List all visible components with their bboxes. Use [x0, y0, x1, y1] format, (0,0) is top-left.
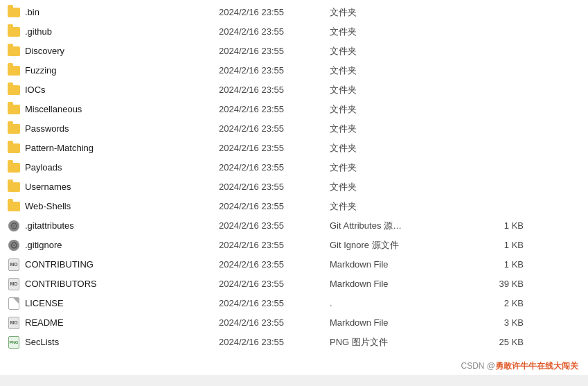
folder-icon: [7, 83, 21, 97]
file-name[interactable]: Fuzzing: [25, 65, 219, 76]
file-size: 25 KB: [468, 337, 524, 347]
file-name[interactable]: CONTRIBUTING: [25, 259, 219, 270]
table-row[interactable]: Miscellaneous2024/2/16 23:55文件夹: [0, 100, 588, 119]
file-date: 2024/2/16 23:55: [219, 162, 330, 173]
table-row[interactable]: Payloads2024/2/16 23:55文件夹: [0, 158, 588, 177]
file-name[interactable]: .gitignore: [25, 240, 219, 250]
file-date: 2024/2/16 23:55: [219, 85, 330, 95]
image-icon: PNG: [7, 335, 21, 349]
file-size: 3 KB: [468, 317, 524, 328]
file-type: 文件夹: [330, 6, 468, 19]
table-row[interactable]: PNGSecLists2024/2/16 23:55PNG 图片文件25 KB: [0, 333, 588, 352]
folder-icon: [7, 141, 21, 155]
folder-icon: [7, 25, 21, 39]
file-type: PNG 图片文件: [330, 336, 468, 349]
file-type: 文件夹: [330, 84, 468, 96]
table-row[interactable]: Pattern-Matching2024/2/16 23:55文件夹: [0, 139, 588, 158]
file-name[interactable]: .bin: [25, 7, 219, 17]
table-row[interactable]: .gitignore2024/2/16 23:55Git Ignore 源文件1…: [0, 236, 588, 255]
file-date: 2024/2/16 23:55: [219, 201, 330, 211]
folder-icon: [7, 6, 21, 19]
markdown-icon: MD: [7, 258, 21, 272]
markdown-icon: MD: [7, 316, 21, 330]
table-row[interactable]: .gitattributes2024/2/16 23:55Git Attribu…: [0, 216, 588, 236]
file-type: 文件夹: [330, 26, 468, 38]
file-type: Markdown File: [330, 317, 468, 328]
file-date: 2024/2/16 23:55: [219, 298, 330, 308]
table-row[interactable]: Passwords2024/2/16 23:55文件夹: [0, 119, 588, 139]
file-type: 文件夹: [330, 123, 468, 135]
file-name[interactable]: LICENSE: [25, 298, 219, 308]
table-row[interactable]: Discovery2024/2/16 23:55文件夹: [0, 42, 588, 61]
file-date: 2024/2/16 23:55: [219, 104, 330, 114]
file-date: 2024/2/16 23:55: [219, 65, 330, 76]
table-row[interactable]: IOCs2024/2/16 23:55文件夹: [0, 80, 588, 100]
file-date: 2024/2/16 23:55: [219, 143, 330, 153]
file-name[interactable]: SecLists: [25, 337, 219, 347]
file-size: 1 KB: [468, 220, 524, 231]
file-type: .: [330, 298, 468, 308]
watermark: CSDN @勇敢许牛牛在线大闯关: [0, 355, 588, 375]
file-date: 2024/2/16 23:55: [219, 317, 330, 328]
file-date: 2024/2/16 23:55: [219, 220, 330, 231]
file-name[interactable]: Payloads: [25, 162, 219, 173]
file-name[interactable]: Usernames: [25, 182, 219, 192]
file-name[interactable]: Passwords: [25, 123, 219, 134]
file-date: 2024/2/16 23:55: [219, 279, 330, 289]
file-name[interactable]: CONTRIBUTORS: [25, 279, 219, 289]
markdown-icon: MD: [7, 277, 21, 291]
file-name[interactable]: .gitattributes: [25, 220, 219, 231]
file-name[interactable]: Miscellaneous: [25, 104, 219, 114]
file-date: 2024/2/16 23:55: [219, 182, 330, 192]
file-type: 文件夹: [330, 103, 468, 116]
folder-icon: [7, 161, 21, 175]
file-date: 2024/2/16 23:55: [219, 7, 330, 17]
file-name[interactable]: README: [25, 317, 219, 328]
folder-icon: [7, 64, 21, 78]
folder-icon: [7, 103, 21, 116]
table-row[interactable]: Fuzzing2024/2/16 23:55文件夹: [0, 61, 588, 80]
file-type: Git Attributes 源…: [330, 220, 468, 232]
file-date: 2024/2/16 23:55: [219, 123, 330, 134]
table-row[interactable]: .github2024/2/16 23:55文件夹: [0, 22, 588, 42]
file-list: .bin2024/2/16 23:55文件夹.github2024/2/16 2…: [0, 0, 588, 355]
table-row[interactable]: .bin2024/2/16 23:55文件夹: [0, 3, 588, 22]
file-name[interactable]: Web-Shells: [25, 201, 219, 211]
file-size: 1 KB: [468, 240, 524, 250]
file-size: 39 KB: [468, 279, 524, 289]
table-row[interactable]: Web-Shells2024/2/16 23:55文件夹: [0, 197, 588, 216]
folder-icon: [7, 200, 21, 213]
table-row[interactable]: LICENSE2024/2/16 23:55.2 KB: [0, 294, 588, 313]
file-date: 2024/2/16 23:55: [219, 26, 330, 37]
file-type: 文件夹: [330, 161, 468, 174]
file-type: 文件夹: [330, 142, 468, 155]
file-name[interactable]: Pattern-Matching: [25, 143, 219, 153]
gear-icon: [7, 238, 21, 252]
file-name[interactable]: Discovery: [25, 46, 219, 56]
file-type: 文件夹: [330, 45, 468, 58]
folder-icon: [7, 122, 21, 136]
file-type: Markdown File: [330, 259, 468, 270]
table-row[interactable]: MDCONTRIBUTING2024/2/16 23:55Markdown Fi…: [0, 255, 588, 274]
file-date: 2024/2/16 23:55: [219, 337, 330, 347]
folder-icon: [7, 44, 21, 58]
file-size: 1 KB: [468, 259, 524, 270]
file-type: 文件夹: [330, 64, 468, 77]
file-date: 2024/2/16 23:55: [219, 259, 330, 270]
file-date: 2024/2/16 23:55: [219, 46, 330, 56]
folder-icon: [7, 180, 21, 194]
file-name[interactable]: .github: [25, 26, 219, 37]
file-type: Markdown File: [330, 279, 468, 289]
file-name[interactable]: IOCs: [25, 85, 219, 95]
file-size: 2 KB: [468, 298, 524, 308]
file-type: 文件夹: [330, 200, 468, 213]
table-row[interactable]: MDCONTRIBUTORS2024/2/16 23:55Markdown Fi…: [0, 274, 588, 294]
file-type: 文件夹: [330, 181, 468, 193]
watermark-highlight: 勇敢许牛牛在线大闯关: [495, 361, 578, 371]
file-icon: [7, 297, 21, 310]
table-row[interactable]: Usernames2024/2/16 23:55文件夹: [0, 177, 588, 197]
table-row[interactable]: MDREADME2024/2/16 23:55Markdown File3 KB: [0, 313, 588, 333]
file-date: 2024/2/16 23:55: [219, 240, 330, 250]
gear-icon: [7, 219, 21, 233]
file-type: Git Ignore 源文件: [330, 239, 468, 252]
